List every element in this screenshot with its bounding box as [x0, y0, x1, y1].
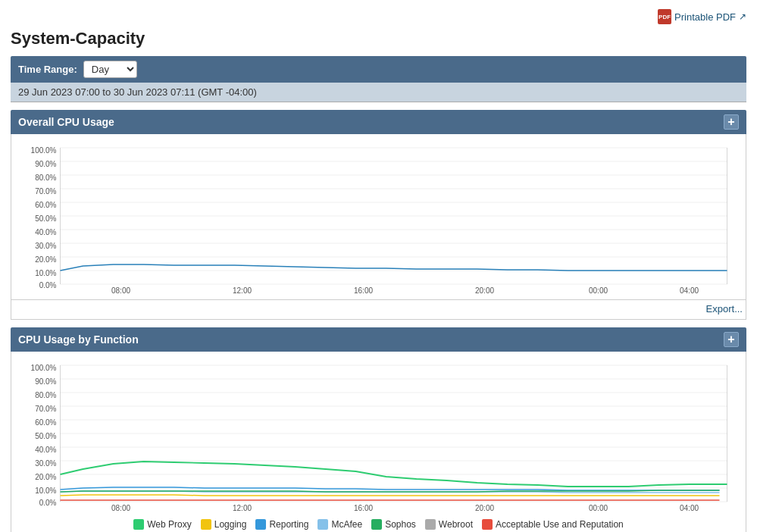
overall-cpu-chart-container: 100.0% 90.0% 80.0% 70.0% 60.0% 50.0% 40.…	[11, 134, 746, 300]
svg-text:00:00: 00:00	[589, 504, 608, 512]
svg-text:40.0%: 40.0%	[35, 228, 56, 236]
legend-item-web-proxy: Web Proxy	[133, 519, 191, 530]
mcafee-label: McAfee	[331, 519, 362, 530]
mcafee-swatch	[318, 519, 328, 530]
legend-item-logging: Logging	[201, 519, 247, 530]
cpu-by-function-chart-container: 100.0% 90.0% 80.0% 70.0% 60.0% 50.0% 40.…	[11, 352, 746, 532]
logging-label: Logging	[214, 519, 247, 530]
webroot-swatch	[425, 519, 436, 530]
svg-text:16:00: 16:00	[354, 504, 373, 512]
page-title: System-Capacity	[11, 29, 746, 49]
legend-item-acceptable-use: Acceptable Use and Reputation	[482, 519, 624, 530]
svg-text:20:00: 20:00	[475, 286, 494, 295]
printable-pdf-button[interactable]: PDF Printable PDF ↗	[658, 9, 746, 24]
reporting-label: Reporting	[269, 519, 308, 530]
external-link-icon: ↗	[739, 11, 746, 22]
svg-text:60.0%: 60.0%	[35, 418, 56, 427]
cpu-by-function-legend: Web Proxy Logging Reporting McAfee Sopho…	[19, 513, 738, 531]
svg-text:04:00: 04:00	[680, 286, 699, 295]
overall-cpu-export-link[interactable]: Export...	[706, 303, 743, 315]
svg-text:20.0%: 20.0%	[35, 255, 56, 264]
cpu-by-function-title: CPU Usage by Function	[18, 333, 139, 346]
overall-cpu-export-row: Export...	[11, 300, 746, 320]
time-range-label: Time Range:	[18, 64, 77, 75]
time-range-select[interactable]: Day Hour Week Month Year	[83, 61, 137, 78]
acceptable-use-swatch	[482, 519, 493, 530]
logging-swatch	[201, 519, 211, 530]
svg-text:100.0%: 100.0%	[31, 364, 57, 372]
svg-text:12:00: 12:00	[233, 504, 252, 512]
svg-text:12:00: 12:00	[233, 286, 252, 295]
svg-text:80.0%: 80.0%	[35, 391, 56, 399]
svg-text:70.0%: 70.0%	[35, 187, 56, 196]
web-proxy-swatch	[133, 519, 144, 530]
svg-text:30.0%: 30.0%	[35, 242, 56, 250]
web-proxy-label: Web Proxy	[147, 519, 191, 530]
overall-cpu-chart: 100.0% 90.0% 80.0% 70.0% 60.0% 50.0% 40.…	[19, 142, 738, 293]
cpu-by-function-chart: 100.0% 90.0% 80.0% 70.0% 60.0% 50.0% 40.…	[19, 359, 738, 511]
overall-cpu-expand-btn[interactable]: +	[724, 114, 739, 130]
cpu-by-function-expand-btn[interactable]: +	[724, 332, 739, 347]
legend-item-mcafee: McAfee	[318, 519, 362, 530]
reporting-swatch	[255, 519, 266, 530]
svg-text:00:00: 00:00	[589, 286, 608, 295]
svg-text:30.0%: 30.0%	[35, 459, 56, 468]
svg-text:70.0%: 70.0%	[35, 405, 56, 413]
svg-text:08:00: 08:00	[111, 504, 130, 512]
sophos-swatch	[371, 519, 382, 530]
svg-text:50.0%: 50.0%	[35, 214, 56, 223]
svg-text:16:00: 16:00	[354, 286, 373, 295]
printable-pdf-label: Printable PDF	[674, 11, 736, 23]
legend-item-webroot: Webroot	[425, 519, 473, 530]
svg-text:10.0%: 10.0%	[35, 269, 56, 277]
svg-text:100.0%: 100.0%	[31, 146, 57, 155]
svg-text:04:00: 04:00	[680, 504, 699, 512]
legend-item-sophos: Sophos	[371, 519, 416, 530]
webroot-label: Webroot	[439, 519, 473, 530]
svg-text:90.0%: 90.0%	[35, 377, 56, 386]
svg-text:80.0%: 80.0%	[35, 174, 56, 182]
acceptable-use-label: Acceptable Use and Reputation	[496, 519, 624, 530]
legend-item-reporting: Reporting	[255, 519, 308, 530]
svg-text:0.0%: 0.0%	[39, 499, 57, 507]
svg-text:08:00: 08:00	[111, 286, 130, 295]
cpu-by-function-header: CPU Usage by Function +	[11, 327, 746, 352]
pdf-icon: PDF	[658, 9, 671, 24]
time-range-bar: Time Range: Day Hour Week Month Year	[11, 56, 746, 83]
date-range: 29 Jun 2023 07:00 to 30 Jun 2023 07:11 (…	[11, 83, 746, 102]
overall-cpu-header: Overall CPU Usage +	[11, 110, 746, 134]
svg-text:40.0%: 40.0%	[35, 446, 56, 454]
svg-text:90.0%: 90.0%	[35, 160, 56, 168]
svg-text:60.0%: 60.0%	[35, 201, 56, 209]
sophos-label: Sophos	[385, 519, 416, 530]
svg-text:20.0%: 20.0%	[35, 473, 56, 481]
svg-text:0.0%: 0.0%	[39, 281, 57, 289]
svg-text:50.0%: 50.0%	[35, 432, 56, 440]
svg-text:10.0%: 10.0%	[35, 487, 56, 495]
svg-text:20:00: 20:00	[475, 504, 494, 512]
overall-cpu-title: Overall CPU Usage	[18, 116, 114, 128]
